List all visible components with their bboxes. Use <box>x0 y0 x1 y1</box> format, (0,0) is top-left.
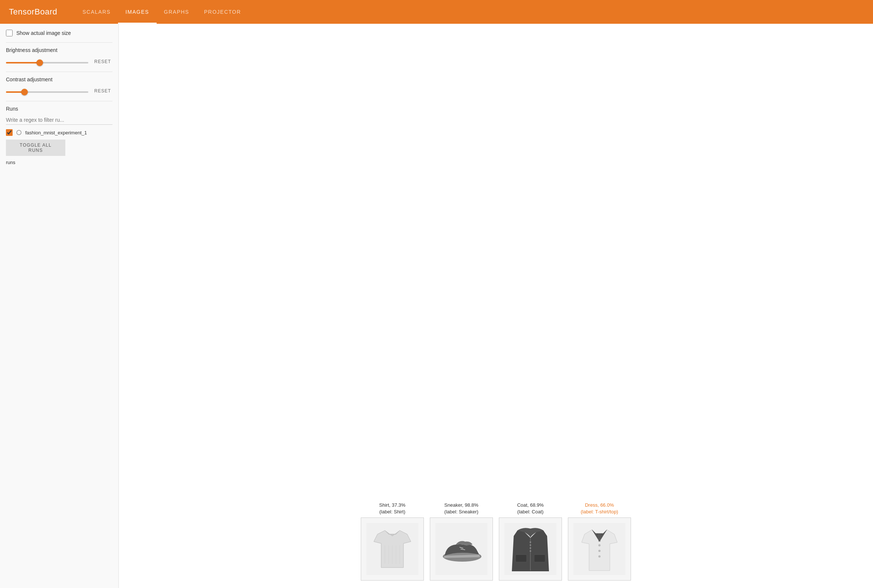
run-name: fashion_mnist_experiment_1 <box>25 130 87 135</box>
brightness-slider-container <box>6 58 88 65</box>
brightness-slider-row: RESET <box>6 57 112 66</box>
dress-svg <box>573 523 626 575</box>
sneaker-svg <box>435 523 488 575</box>
svg-point-26 <box>598 550 600 552</box>
svg-rect-15 <box>530 544 531 546</box>
run-item: fashion_mnist_experiment_1 <box>6 129 112 136</box>
brightness-reset-btn[interactable]: RESET <box>93 57 112 66</box>
image-caption-shirt: Shirt, 37.3% (label: Shirt) <box>380 502 406 515</box>
runs-section-label: Runs <box>6 106 112 112</box>
images-grid: Shirt, 37.3% (label: Shirt) <box>126 502 866 580</box>
divider-3 <box>6 101 112 101</box>
svg-rect-17 <box>530 550 531 552</box>
shirt-svg <box>366 523 418 575</box>
contrast-label: Contrast adjustment <box>6 76 112 82</box>
svg-rect-18 <box>516 555 527 562</box>
image-card-shirt: Shirt, 37.3% (label: Shirt) <box>361 502 424 580</box>
divider-1 <box>6 42 112 43</box>
run-checkbox[interactable] <box>6 129 13 136</box>
show-actual-size-row: Show actual image size <box>6 30 112 36</box>
runs-footer-label: runs <box>6 160 112 165</box>
runs-section: Runs fashion_mnist_experiment_1 TOGGLE A… <box>6 106 112 165</box>
svg-point-27 <box>598 555 600 558</box>
contrast-slider-container <box>6 88 88 94</box>
caption-line1-sneaker: Sneaker, 98.8% <box>444 502 478 508</box>
caption-line2-shirt: (label: Shirt) <box>380 508 406 515</box>
show-actual-size-label: Show actual image size <box>16 30 71 36</box>
caption-line1-shirt: Shirt, 37.3% <box>380 502 406 508</box>
nav-scalars[interactable]: SCALARS <box>75 0 118 24</box>
main-layout: Show actual image size Brightness adjust… <box>0 24 873 588</box>
nav-graphs[interactable]: GRAPHS <box>157 0 197 24</box>
app-logo: TensorBoard <box>9 7 57 17</box>
image-card-coat: Coat, 68.9% (label: Coat) <box>499 502 562 580</box>
runs-filter-input[interactable] <box>6 116 112 125</box>
caption-line2-dress: (label: T-shirt/top) <box>581 508 618 515</box>
contrast-slider[interactable] <box>6 92 88 93</box>
coat-svg <box>504 523 556 575</box>
main-nav: SCALARS IMAGES GRAPHS PROJECTOR <box>75 0 248 24</box>
svg-rect-16 <box>530 548 531 549</box>
caption-line1-dress: Dress, 66.0% <box>581 502 618 508</box>
image-caption-coat: Coat, 68.9% (label: Coat) <box>517 502 544 515</box>
image-box-sneaker <box>430 518 493 580</box>
brightness-slider[interactable] <box>6 62 88 63</box>
app-header: TensorBoard SCALARS IMAGES GRAPHS PROJEC… <box>0 0 873 24</box>
svg-rect-14 <box>530 542 531 543</box>
image-box-coat <box>499 518 562 580</box>
main-content: Shirt, 37.3% (label: Shirt) <box>119 24 873 588</box>
brightness-section: Brightness adjustment RESET <box>6 47 112 66</box>
nav-projector[interactable]: PROJECTOR <box>197 0 249 24</box>
image-caption-sneaker: Sneaker, 98.8% (label: Sneaker) <box>444 502 478 515</box>
sidebar: Show actual image size Brightness adjust… <box>0 24 119 588</box>
svg-rect-19 <box>534 555 545 562</box>
image-card-sneaker: Sneaker, 98.8% (label: Sneaker) <box>430 502 493 580</box>
brightness-label: Brightness adjustment <box>6 47 112 53</box>
toggle-all-runs-button[interactable]: TOGGLE ALL RUNS <box>6 140 65 156</box>
divider-2 <box>6 72 112 72</box>
caption-line2-sneaker: (label: Sneaker) <box>444 508 478 515</box>
caption-line1-coat: Coat, 68.9% <box>517 502 544 508</box>
contrast-slider-row: RESET <box>6 87 112 95</box>
image-box-shirt <box>361 518 424 580</box>
show-actual-size-checkbox[interactable] <box>6 30 13 36</box>
image-caption-dress: Dress, 66.0% (label: T-shirt/top) <box>581 502 618 515</box>
contrast-reset-btn[interactable]: RESET <box>93 87 112 95</box>
nav-images[interactable]: IMAGES <box>118 0 156 24</box>
contrast-section: Contrast adjustment RESET <box>6 76 112 95</box>
image-box-dress <box>568 518 631 580</box>
run-color-dot <box>16 130 21 135</box>
image-card-dress: Dress, 66.0% (label: T-shirt/top) <box>568 502 631 580</box>
caption-line2-coat: (label: Coat) <box>517 508 544 515</box>
svg-point-25 <box>598 544 600 546</box>
